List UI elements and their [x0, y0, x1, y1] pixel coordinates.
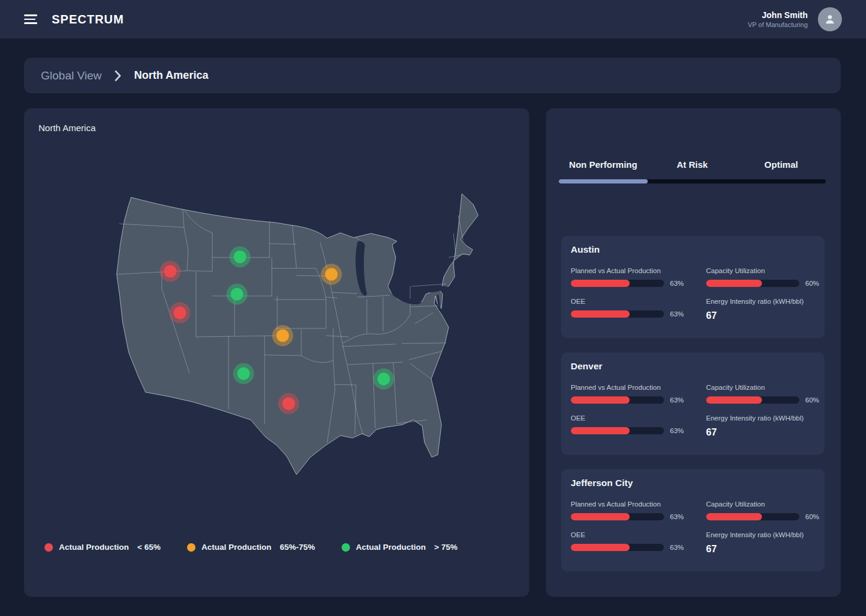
metric-label: Capacity Utilization — [706, 267, 819, 274]
site-marker-below-65[interactable] — [174, 307, 186, 319]
progress-bar — [706, 396, 799, 404]
progress-bar — [571, 396, 664, 404]
metric-capacity-utilization: Capacity Utilization 60% — [706, 384, 819, 404]
progress-bar — [571, 310, 664, 318]
energy-intensity-value: 67 — [706, 544, 819, 555]
usa-landmass — [117, 194, 478, 475]
user-avatar[interactable] — [818, 7, 842, 31]
progress-bar — [571, 544, 664, 551]
app-title: SPECTRUM — [52, 13, 124, 26]
site-name: Austin — [571, 244, 815, 255]
legend-dot-icon — [187, 543, 195, 552]
progress-bar — [571, 513, 664, 520]
site-marker-above-75[interactable] — [234, 251, 247, 263]
tab-optimal[interactable]: Optimal — [737, 159, 826, 179]
metric-label: Planned vs Actual Production — [571, 384, 706, 391]
progress-value: 63% — [670, 513, 684, 520]
metric-planned-vs-actual: Planned vs Actual Production 63% — [571, 384, 706, 404]
metric-oee: OEE 63% — [571, 531, 706, 555]
active-tab-indicator — [559, 179, 648, 183]
progress-value: 63% — [670, 544, 684, 551]
legend-dot-icon — [45, 543, 53, 552]
map-panel: North America Actual Production — [24, 108, 529, 597]
breadcrumb: Global View North America — [24, 58, 841, 93]
energy-intensity-value: 67 — [706, 310, 819, 321]
metric-oee: OEE 63% — [571, 414, 706, 438]
site-marker-below-65[interactable] — [164, 265, 177, 278]
legend-item: Actual Production > 75% — [342, 543, 458, 552]
usa-map-svg — [114, 185, 487, 486]
site-cards-list: Austin Planned vs Actual Production 63% … — [561, 236, 825, 571]
metric-label: Planned vs Actual Production — [571, 267, 706, 274]
legend-label: Actual Production — [201, 543, 271, 552]
progress-value: 63% — [670, 396, 684, 404]
dashboard-page: { "header": { "brand": "SPECTRUM", "user… — [0, 0, 866, 616]
tab-non-performing[interactable]: Non Performing — [559, 159, 648, 179]
site-marker-above-75[interactable] — [238, 368, 250, 380]
metric-label: Energy Intensity ratio (kWH/bbl) — [706, 531, 819, 538]
metric-label: Energy Intensity ratio (kWH/bbl) — [706, 414, 819, 422]
progress-bar — [571, 280, 664, 287]
person-icon — [823, 13, 837, 26]
metric-label: Energy Intensity ratio (kWH/bbl) — [706, 298, 819, 305]
legend-item: Actual Production 65%-75% — [187, 543, 315, 552]
progress-bar — [706, 513, 799, 520]
legend-item: Actual Production < 65% — [45, 543, 161, 552]
metric-capacity-utilization: Capacity Utilization 60% — [706, 500, 819, 520]
site-marker-above-75[interactable] — [231, 288, 244, 301]
progress-value: 60% — [805, 280, 819, 287]
metric-label: Capacity Utilization — [706, 500, 819, 508]
user-role: VP of Manufacturing — [748, 20, 808, 29]
site-marker-above-75[interactable] — [378, 373, 390, 386]
progress-bar — [571, 427, 664, 434]
metric-label: Capacity Utilization — [706, 384, 819, 391]
breadcrumb-current: North America — [134, 69, 208, 82]
site-card[interactable]: Jefferson City Planned vs Actual Product… — [561, 469, 825, 571]
legend-label: Actual Production — [59, 543, 129, 552]
energy-intensity-value: 67 — [706, 427, 819, 438]
legend-range: < 65% — [137, 543, 161, 552]
metric-energy-intensity: Energy Intensity ratio (kWH/bbl) 67 — [706, 531, 819, 555]
site-marker-65-75[interactable] — [277, 330, 289, 342]
site-name: Denver — [571, 361, 815, 372]
menu-icon[interactable] — [24, 14, 37, 24]
performance-panel: Non Performing At Risk Optimal Austin Pl… — [546, 108, 841, 597]
top-nav-bar: SPECTRUM John Smith VP of Manufacturing — [0, 0, 866, 38]
metric-energy-intensity: Energy Intensity ratio (kWH/bbl) 67 — [706, 414, 819, 438]
metric-planned-vs-actual: Planned vs Actual Production 63% — [571, 267, 706, 287]
progress-value: 60% — [805, 396, 819, 404]
legend-range: > 75% — [434, 543, 458, 552]
chevron-right-icon — [114, 70, 121, 82]
progress-value: 63% — [670, 427, 684, 434]
site-marker-below-65[interactable] — [283, 398, 295, 410]
tab-at-risk[interactable]: At Risk — [648, 159, 737, 179]
breadcrumb-global-view[interactable]: Global View — [41, 69, 102, 82]
progress-value: 63% — [670, 280, 684, 287]
progress-value: 63% — [670, 310, 684, 318]
progress-value: 60% — [805, 513, 819, 520]
metric-label: Planned vs Actual Production — [571, 500, 706, 508]
tab-underline — [559, 179, 826, 183]
status-tabs: Non Performing At Risk Optimal — [559, 159, 826, 183]
metric-label: OEE — [571, 414, 706, 422]
legend-label: Actual Production — [356, 543, 426, 552]
metric-planned-vs-actual: Planned vs Actual Production 63% — [571, 500, 706, 520]
map-panel-title: North America — [38, 123, 96, 133]
legend-dot-icon — [342, 543, 350, 552]
metric-label: OEE — [571, 531, 706, 538]
metric-oee: OEE 63% — [571, 298, 706, 321]
legend-range: 65%-75% — [280, 543, 315, 552]
user-name: John Smith — [748, 10, 808, 20]
site-card[interactable]: Denver Planned vs Actual Production 63% … — [561, 353, 825, 455]
usa-map — [114, 185, 487, 486]
progress-bar — [706, 280, 799, 287]
metric-energy-intensity: Energy Intensity ratio (kWH/bbl) 67 — [706, 298, 819, 321]
metric-label: OEE — [571, 298, 706, 305]
site-card[interactable]: Austin Planned vs Actual Production 63% … — [561, 236, 825, 338]
site-name: Jefferson City — [571, 478, 815, 488]
site-marker-65-75[interactable] — [325, 268, 338, 281]
metric-capacity-utilization: Capacity Utilization 60% — [706, 267, 819, 287]
map-legend: Actual Production < 65% Actual Productio… — [45, 543, 458, 552]
